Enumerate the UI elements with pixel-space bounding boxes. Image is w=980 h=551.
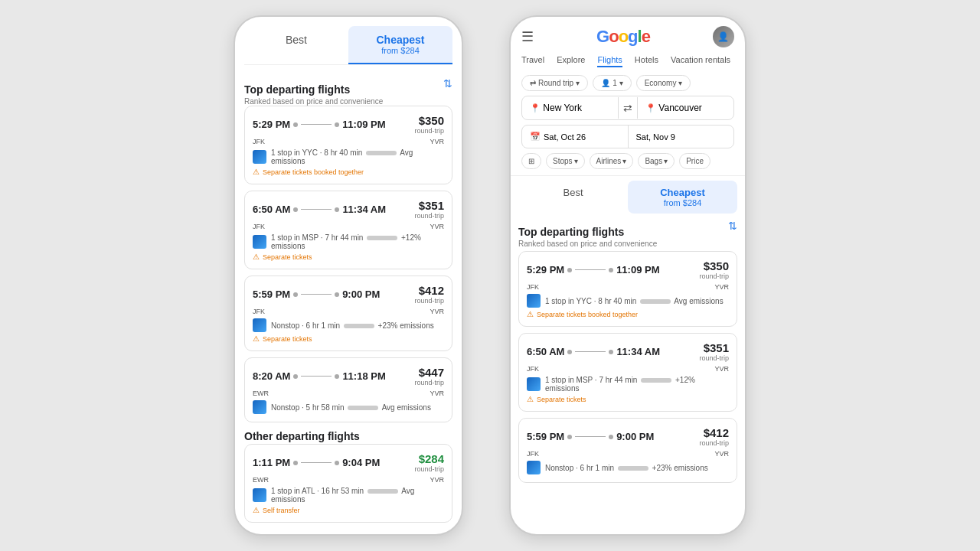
- flight-card-right-3[interactable]: 5:59 PM 9:00 PM $412 round-trip JFK YVR: [518, 418, 737, 483]
- flight-times-1: 5:29 PM 11:09 PM: [253, 119, 386, 130]
- passengers-pill[interactable]: 👤 1 ▾: [593, 75, 632, 91]
- nav-tabs: Travel Explore Flights Hotels Vacation r…: [521, 55, 734, 67]
- filter-bags[interactable]: Bags ▾: [638, 153, 675, 169]
- warning-icon-r2: ⚠: [527, 395, 534, 403]
- airline-logo-r2: [527, 377, 541, 391]
- date-row: 📅 Sat, Oct 26 Sat, Nov 9: [521, 125, 734, 148]
- warning-icon-1: ⚠: [253, 168, 260, 176]
- cheapest-label-left: Cheapest: [376, 34, 424, 46]
- right-phone: ☰ Google 👤 Travel Explore Flights Hotels…: [509, 15, 746, 536]
- destination-input[interactable]: 📍 Vancouver: [638, 96, 733, 119]
- airline-logo-r1: [527, 294, 541, 308]
- cabin-pill[interactable]: Economy ▾: [636, 75, 691, 91]
- right-tabs: Best Cheapest from $284: [518, 181, 737, 214]
- section-subtitle-right: Ranked based on price and convenience: [518, 240, 657, 248]
- filter-icon[interactable]: ⊞: [521, 153, 541, 169]
- google-logo: Google: [596, 27, 650, 47]
- flight-card-left-3[interactable]: 5:59 PM 9:00 PM $412 round-trip JFK YVR: [244, 276, 452, 351]
- flight-card-left-1[interactable]: 5:29 PM 11:09 PM $350 round-trip JFK YVR: [244, 106, 452, 184]
- user-avatar[interactable]: 👤: [713, 26, 734, 47]
- left-tabs: Best Cheapest from $284: [244, 26, 452, 65]
- tab-best-left[interactable]: Best: [244, 26, 348, 64]
- left-flights-container: Top departing flights Ranked based on pr…: [235, 65, 462, 536]
- trip-type-pill[interactable]: ⇄ Round trip ▾: [521, 75, 588, 91]
- warning-icon-r1: ⚠: [527, 310, 534, 318]
- flight-card-other-1[interactable]: 1:11 PM 9:04 PM $284 round-trip EWR YVR: [244, 444, 452, 523]
- flight-card-right-1[interactable]: 5:29 PM 11:09 PM $350 round-trip JFK YVR: [518, 251, 737, 327]
- right-flights-container: Top departing flights Ranked based on pr…: [511, 214, 745, 532]
- tab-cheapest-left[interactable]: Cheapest from $284: [348, 26, 452, 64]
- tab-cheapest-right[interactable]: Cheapest from $284: [628, 181, 737, 214]
- filter-airlines[interactable]: Airlines ▾: [590, 153, 634, 169]
- date-from-input[interactable]: 📅 Sat, Oct 26: [522, 126, 628, 148]
- left-phone: Best Cheapest from $284 Top departing fl…: [234, 15, 463, 536]
- sort-icon-right[interactable]: ⇅: [728, 220, 737, 232]
- nav-explore[interactable]: Explore: [557, 55, 585, 67]
- nav-flights[interactable]: Flights: [597, 55, 622, 67]
- filter-stops[interactable]: Stops ▾: [546, 153, 585, 169]
- filter-price[interactable]: Price: [679, 153, 710, 169]
- origin-input[interactable]: 📍 New York: [522, 96, 618, 119]
- airline-logo-r3: [527, 461, 541, 474]
- airline-logo-2: [253, 235, 266, 249]
- flight-card-right-2[interactable]: 6:50 AM 11:34 AM $351 round-trip JFK YVR: [518, 333, 737, 412]
- flight-card-left-4[interactable]: 8:20 AM 11:18 PM $447 round-trip EWR YVR: [244, 357, 452, 422]
- section-subtitle-left: Ranked based on price and convenience: [244, 97, 383, 106]
- warning-icon-3: ⚠: [253, 334, 260, 343]
- sort-icon-left[interactable]: ⇅: [443, 77, 452, 90]
- airline-logo-1: [253, 150, 266, 164]
- nav-hotels[interactable]: Hotels: [635, 55, 658, 67]
- nav-vacation[interactable]: Vacation rentals: [671, 55, 730, 67]
- menu-icon[interactable]: ☰: [521, 28, 534, 45]
- airline-logo-other-1: [253, 488, 266, 502]
- airline-logo-4: [253, 400, 266, 414]
- location-row: 📍 New York ⇄ 📍 Vancouver: [521, 96, 734, 120]
- search-options-row: ⇄ Round trip ▾ 👤 1 ▾ Economy ▾: [521, 75, 734, 91]
- swap-button[interactable]: ⇄: [618, 97, 638, 119]
- filter-row: ⊞ Stops ▾ Airlines ▾ Bags ▾ Price: [521, 153, 734, 169]
- flight-card-left-2[interactable]: 6:50 AM 11:34 AM $351 round-trip JFK YVR: [244, 191, 452, 269]
- airline-logo-3: [253, 318, 266, 332]
- other-flights-title-left: Other departing flights: [244, 430, 452, 442]
- tab-best-right[interactable]: Best: [518, 181, 628, 214]
- nav-travel[interactable]: Travel: [521, 55, 544, 67]
- cheapest-from-left: from $284: [348, 46, 452, 55]
- top-departing-title-left: Top departing flights: [244, 83, 383, 96]
- top-departing-title-right: Top departing flights: [518, 226, 657, 238]
- date-to-input[interactable]: Sat, Nov 9: [629, 126, 734, 148]
- warning-icon-other-1: ⚠: [253, 506, 260, 514]
- warning-icon-2: ⚠: [253, 253, 260, 261]
- google-header: ☰ Google 👤 Travel Explore Flights Hotels…: [511, 17, 745, 176]
